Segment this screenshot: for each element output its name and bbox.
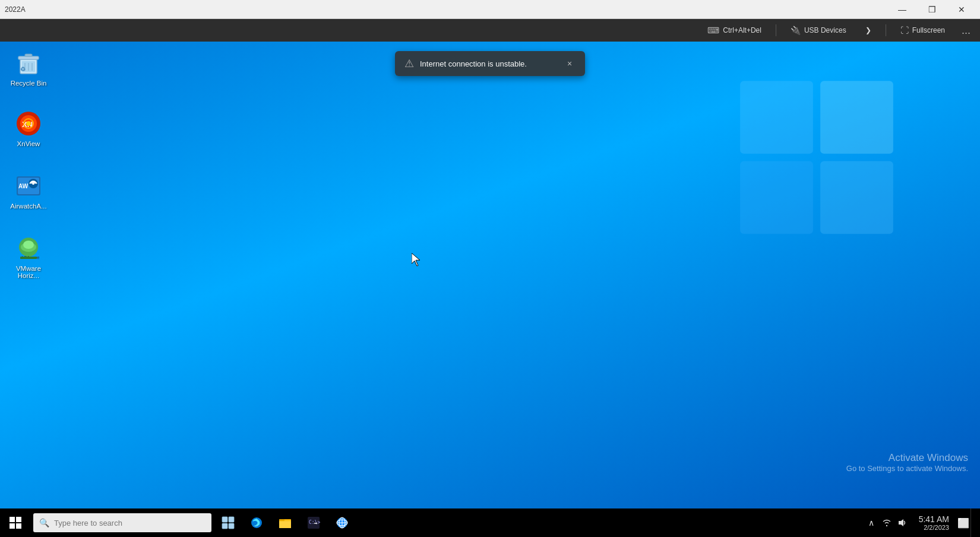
ie-button[interactable]: [328, 508, 356, 537]
clock-time: 5:41 AM: [919, 514, 949, 524]
desktop: ⚠ Internet connection is unstable. × ♻: [0, 42, 980, 508]
toolbar-separator-2: [886, 24, 886, 36]
svg-text:♻: ♻: [20, 66, 26, 72]
svg-rect-7: [25, 54, 32, 56]
search-icon: 🔍: [39, 518, 49, 527]
desktop-icon-recycle-bin[interactable]: ♻ Recycle Bin: [5, 46, 52, 89]
title-bar-left: 2022A: [5, 5, 26, 14]
close-button[interactable]: ✕: [948, 0, 975, 19]
fullscreen-button[interactable]: ⛶ Fullscreen: [896, 23, 950, 37]
svg-rect-37: [229, 523, 234, 529]
svg-rect-36: [222, 523, 227, 529]
svg-rect-33: [16, 523, 21, 529]
usb-icon: 🔌: [791, 26, 801, 35]
svg-rect-44: [314, 523, 317, 524]
recycle-bin-label: Recycle Bin: [11, 80, 47, 87]
ctrl-alt-del-button[interactable]: ⌨ Ctrl+Alt+Del: [703, 23, 766, 37]
airwatch-label: AirwatchA...: [10, 203, 46, 210]
svg-rect-32: [10, 523, 15, 529]
vmware-icon: VMware: [14, 234, 43, 263]
start-button[interactable]: [0, 508, 31, 537]
recycle-bin-icon: ♻: [14, 49, 43, 77]
restore-button[interactable]: ❒: [918, 0, 946, 19]
keyboard-icon: ⌨: [707, 26, 719, 35]
fullscreen-icon: ⛶: [900, 26, 909, 35]
minimize-button[interactable]: —: [889, 0, 916, 19]
tray-chevron-button[interactable]: ∧: [864, 516, 878, 530]
svg-text:C:\>: C:\>: [309, 520, 320, 525]
search-bar[interactable]: 🔍: [33, 513, 211, 532]
volume-icon[interactable]: [895, 516, 909, 530]
expand-button[interactable]: ❯: [861, 24, 876, 37]
svg-rect-40: [279, 520, 291, 528]
desktop-icon-xnview[interactable]: XN XnView: [5, 107, 52, 150]
search-input[interactable]: [54, 519, 206, 527]
cmd-button[interactable]: C:\>: [299, 508, 328, 537]
usb-devices-label: USB Devices: [804, 26, 846, 34]
usb-devices-button[interactable]: 🔌 USB Devices: [786, 23, 851, 37]
notification-bar: ⚠ Internet connection is unstable. ×: [395, 51, 585, 76]
desktop-icon-vmware[interactable]: VMware VMware Horiz...: [5, 232, 52, 282]
xnview-label: XnView: [17, 140, 40, 147]
network-icon[interactable]: [880, 516, 894, 530]
activate-windows-title: Activate Windows: [846, 452, 968, 464]
taskbar: 🔍 C:\>: [0, 508, 980, 537]
edge-button[interactable]: [242, 508, 271, 537]
svg-marker-29: [412, 253, 420, 266]
svg-rect-2: [740, 161, 813, 234]
svg-rect-0: [740, 81, 813, 154]
svg-text:AW: AW: [18, 183, 29, 189]
title-text: 2022A: [5, 5, 26, 14]
more-options-button[interactable]: ...: [959, 24, 973, 37]
activate-windows-watermark: Activate Windows Go to Settings to activ…: [846, 452, 968, 473]
title-bar: 2022A — ❒ ✕: [0, 0, 980, 19]
notification-close-button[interactable]: ×: [564, 58, 576, 70]
svg-point-21: [32, 182, 34, 185]
xnview-icon: XN: [14, 109, 43, 138]
svg-rect-30: [10, 517, 15, 522]
svg-rect-31: [16, 517, 21, 522]
title-controls: — ❒ ✕: [889, 0, 975, 19]
task-view-button[interactable]: [214, 508, 242, 537]
svg-rect-6: [18, 56, 39, 59]
toolbar: ⌨ Ctrl+Alt+Del 🔌 USB Devices ❯ ⛶ Fullscr…: [0, 19, 980, 42]
svg-point-16: [26, 121, 31, 126]
airwatch-icon: AW: [14, 172, 43, 200]
windows-logo: [736, 77, 897, 238]
vmware-label: VMware Horiz...: [7, 265, 50, 279]
clock[interactable]: 5:41 AM 2/2/2023: [914, 514, 954, 531]
svg-marker-50: [899, 519, 903, 526]
notification-area-icon[interactable]: ⬜: [957, 517, 969, 529]
mouse-cursor: [412, 253, 419, 264]
toolbar-separator-1: [776, 24, 776, 36]
expand-icon: ❯: [865, 26, 871, 34]
taskbar-tray: ∧ 5:41 AM 2/2/2023 ⬜: [864, 508, 980, 537]
svg-rect-34: [222, 517, 227, 522]
show-desktop-button[interactable]: [970, 508, 975, 537]
clock-date: 2/2/2023: [924, 524, 949, 531]
desktop-icon-airwatch[interactable]: AW AirwatchA...: [5, 169, 52, 212]
ctrl-alt-del-label: Ctrl+Alt+Del: [723, 26, 761, 34]
svg-rect-28: [20, 257, 37, 259]
notification-cloud-icon: ⚠: [404, 57, 414, 70]
svg-rect-41: [279, 519, 284, 521]
notification-message: Internet connection is unstable.: [420, 59, 527, 68]
activate-windows-subtitle: Go to Settings to activate Windows.: [846, 464, 968, 473]
fullscreen-label: Fullscreen: [912, 26, 945, 34]
svg-rect-1: [820, 81, 893, 154]
file-explorer-button[interactable]: [271, 508, 299, 537]
svg-rect-35: [229, 517, 234, 522]
svg-point-26: [23, 241, 34, 249]
svg-rect-3: [820, 161, 893, 234]
